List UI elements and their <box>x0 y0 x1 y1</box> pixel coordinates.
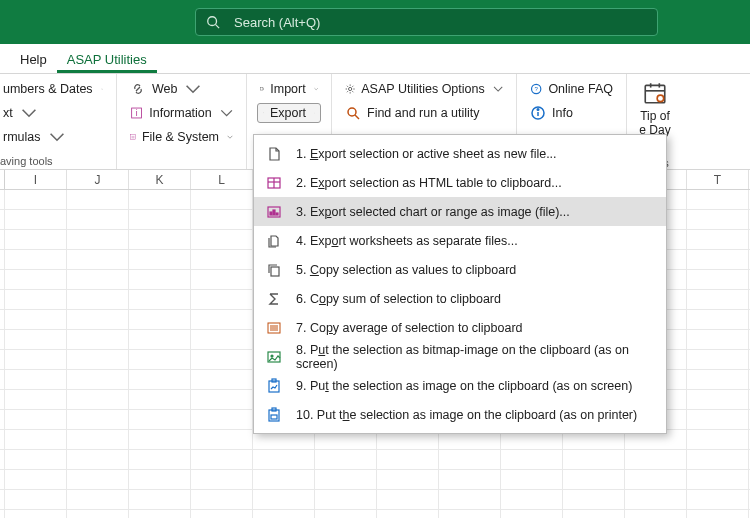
tab-asap-utilities[interactable]: ASAP Utilities <box>57 46 157 73</box>
import-icon <box>260 81 264 97</box>
svg-point-9 <box>348 108 356 116</box>
chevron-down-icon <box>21 105 37 121</box>
svg-text:i: i <box>136 109 138 118</box>
menu-export-new-file[interactable]: 1. Export selection or active sheet as n… <box>254 139 666 168</box>
options-button[interactable]: ASAP Utilities Options <box>342 79 506 99</box>
find-utility-button[interactable]: Find and run a utility <box>342 103 506 123</box>
svg-rect-26 <box>273 210 275 215</box>
svg-rect-28 <box>271 267 279 276</box>
formulas-button[interactable]: rmulas <box>0 127 106 147</box>
chevron-down-icon <box>314 81 318 97</box>
menu-put-image-screen[interactable]: 9. Put the selection as image on the cli… <box>254 371 666 400</box>
html-table-icon <box>266 175 282 191</box>
calendar-icon <box>642 80 668 106</box>
col-header[interactable]: L <box>191 170 253 189</box>
menu-copy-values[interactable]: 5. Copy selection as values to clipboard <box>254 255 666 284</box>
average-icon <box>266 320 282 336</box>
svg-point-8 <box>349 87 352 90</box>
web-button[interactable]: Web <box>127 79 236 99</box>
menu-export-worksheets[interactable]: 4. Export worksheets as separate files..… <box>254 226 666 255</box>
chevron-down-icon <box>220 105 233 121</box>
numbers-dates-button[interactable]: umbers & Dates <box>0 79 106 99</box>
svg-point-34 <box>271 355 273 357</box>
info-sheet-icon: i <box>130 105 143 121</box>
export-dropdown-menu: 1. Export selection or active sheet as n… <box>253 134 667 434</box>
col-header[interactable]: T <box>687 170 749 189</box>
menu-copy-sum[interactable]: 6. Copy sum of selection to clipboard <box>254 284 666 313</box>
svg-text:?: ? <box>534 85 538 92</box>
chevron-down-icon <box>314 105 315 121</box>
file-icon <box>266 146 282 162</box>
info-icon <box>530 105 546 121</box>
col-header[interactable]: J <box>67 170 129 189</box>
search-placeholder: Search (Alt+Q) <box>234 15 320 30</box>
svg-rect-16 <box>645 85 665 102</box>
group-label: aving tools <box>0 153 106 167</box>
chevron-down-icon <box>493 81 503 97</box>
search-icon <box>345 105 361 121</box>
export-icon <box>263 105 264 121</box>
image-icon <box>266 349 282 365</box>
tab-bar: Help ASAP Utilities <box>0 44 750 74</box>
svg-line-10 <box>355 115 359 119</box>
file-system-button[interactable]: File & System <box>127 127 236 147</box>
svg-point-0 <box>208 17 217 26</box>
menu-export-chart-image[interactable]: 3. Export selected chart or range as ima… <box>254 197 666 226</box>
link-icon <box>130 81 146 97</box>
info-button[interactable]: Info <box>527 103 616 123</box>
clipboard-print-icon <box>266 407 282 423</box>
import-button[interactable]: Import <box>257 79 321 99</box>
svg-rect-25 <box>270 212 272 215</box>
chevron-down-icon <box>185 81 201 97</box>
svg-line-1 <box>216 25 220 29</box>
tip-of-day-button[interactable]: Tip ofe Day <box>627 76 683 138</box>
menu-put-bitmap-screen[interactable]: 8. Put the selection as bitmap-image on … <box>254 342 666 371</box>
svg-point-15 <box>537 109 539 111</box>
svg-rect-27 <box>276 213 278 215</box>
files-icon <box>266 233 282 249</box>
menu-export-html-clipboard[interactable]: 2. Export selection as HTML table to cli… <box>254 168 666 197</box>
chevron-down-icon <box>49 129 65 145</box>
gear-icon <box>345 81 355 97</box>
svg-point-20 <box>657 95 664 102</box>
chevron-down-icon <box>227 129 233 145</box>
col-header[interactable]: I <box>5 170 67 189</box>
col-header[interactable]: K <box>129 170 191 189</box>
help-icon: ? <box>530 81 542 97</box>
folder-icon <box>130 129 136 145</box>
online-faq-button[interactable]: ?Online FAQ <box>527 79 616 99</box>
copy-icon <box>266 262 282 278</box>
text-button[interactable]: xt <box>0 103 106 123</box>
clipboard-image-icon <box>266 378 282 394</box>
svg-rect-6 <box>261 87 263 90</box>
svg-rect-35 <box>269 381 279 392</box>
search-box[interactable]: Search (Alt+Q) <box>195 8 658 36</box>
menu-copy-average[interactable]: 7. Copy average of selection to clipboar… <box>254 313 666 342</box>
search-icon <box>206 15 220 29</box>
chevron-down-icon <box>101 81 103 97</box>
svg-rect-39 <box>271 415 277 419</box>
tab-help[interactable]: Help <box>10 46 57 73</box>
menu-put-image-printer[interactable]: 10. Put the selection as image on the cl… <box>254 400 666 429</box>
export-button[interactable]: Export <box>257 103 321 123</box>
title-bar: Search (Alt+Q) <box>0 0 750 44</box>
information-button[interactable]: iInformation <box>127 103 236 123</box>
chart-image-icon <box>266 204 282 220</box>
sigma-icon <box>266 291 282 307</box>
svg-rect-5 <box>131 136 134 139</box>
